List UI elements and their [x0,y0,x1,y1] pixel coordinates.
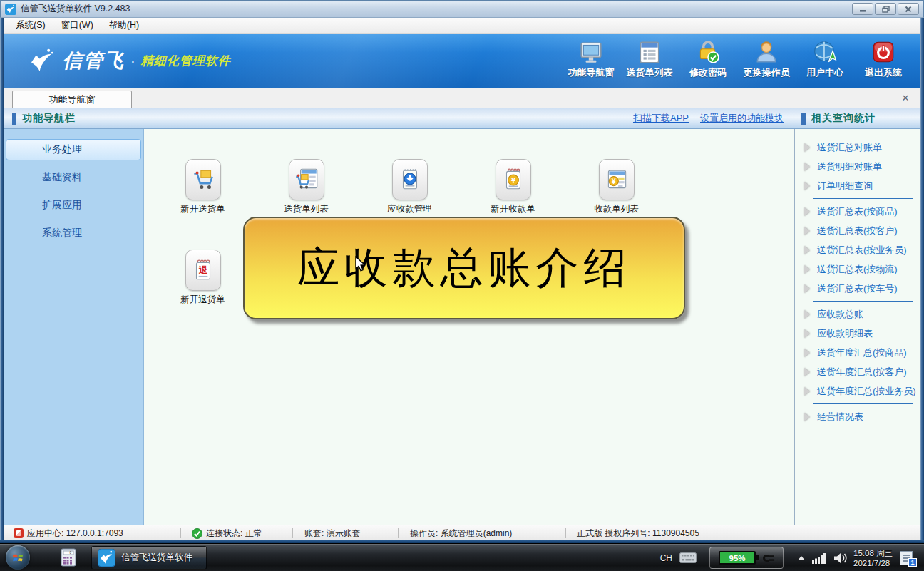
brand-swoosh-icon [28,46,56,75]
toolbar-exit-button[interactable]: 退出系统 [854,36,913,85]
power-icon [871,39,896,65]
triangle-icon [804,265,810,274]
report-link[interactable]: 应收款总账 [795,304,920,324]
triangle-icon [804,227,810,235]
nav-panel-header: 功能导航栏 扫描下载APP 设置启用的功能模块 [4,108,794,128]
network-signal-icon[interactable] [812,552,826,564]
triangle-icon [804,387,810,396]
app-icon [98,549,115,567]
status-license: 正式版 授权序列号: 1130904505 [577,525,699,541]
return-icon: 退 [190,257,217,284]
battery-percent: 95% [729,554,746,562]
report-group-divider [813,198,913,199]
report-link[interactable]: 经营情况表 [795,407,920,426]
triangle-icon [804,329,810,338]
tile-label: 新开退货单 [180,294,225,306]
report-link[interactable]: 送货汇总表(按客户) [795,221,920,240]
toolbar-buttons: 功能导航窗 送货单列表 修改密码 更换操作员 [562,36,913,85]
system-tray: CH 95% 15:08 周三 2021/7/28 [660,544,924,571]
status-bar: 应用中心: 127.0.0.1:7093 连接状态: 正常 账套: 演示账套 操… [4,525,920,540]
status-divider [398,528,399,538]
tab-close-icon[interactable]: ✕ [900,93,911,104]
toolbar-change-password-button[interactable]: 修改密码 [679,36,737,85]
calculator-taskbar-button[interactable]: 0 [54,546,83,570]
tile-label: 送货单列表 [284,203,329,215]
sidebar-item-basic-data[interactable]: 基础资料 [6,167,141,188]
toolbar-button-label: 送货单列表 [627,66,673,79]
reports-panel: 送货汇总对账单 送货明细对账单 订单明细查询 送货汇总表(按商品) 送货汇总表(… [795,129,920,525]
triangle-icon [804,207,810,216]
toolbar-delivery-list-button[interactable]: 送货单列表 [620,36,679,85]
receipt-list-icon: ¥ [603,166,630,193]
report-link[interactable]: 应收款明细表 [795,324,920,343]
sidebar-item-system[interactable]: 系统管理 [6,222,141,244]
menu-item-system[interactable]: 系统(S) [8,18,53,33]
toolbar-button-label: 更换操作员 [744,66,790,79]
delivery-note-list-button[interactable]: 送货单列表 [255,159,358,215]
calculator-icon: 0 [59,547,78,567]
report-link[interactable]: 送货汇总表(按商品) [795,202,920,221]
show-hidden-icons-arrow[interactable] [798,556,805,560]
report-link[interactable]: 送货汇总表(按车号) [795,279,920,298]
menu-item-help[interactable]: 帮助(H) [101,18,147,33]
status-connection: 连接状态: 正常 [192,525,262,541]
tile-label: 新开收款单 [491,203,535,215]
module-settings-link[interactable]: 设置启用的功能模块 [700,112,784,125]
receivables-management-button[interactable]: 应收款管理 [358,159,461,215]
app-window: 信管飞送货单软件 V9.2.483 系统(S) 窗口(W) 帮助(H) [0,0,924,543]
app-taskbar-label: 信管飞送货单软件 [121,552,192,564]
user-icon [754,39,779,65]
volume-icon[interactable] [833,552,848,564]
menu-item-window[interactable]: 窗口(W) [53,18,101,33]
restore-button[interactable] [875,3,896,15]
menu-bar: 系统(S) 窗口(W) 帮助(H) [4,18,920,34]
receipt-list-button[interactable]: ¥ 收款单列表 [565,159,668,215]
lock-icon [695,39,721,65]
toolbar-nav-window-button[interactable]: 功能导航窗 [562,36,620,85]
notification-badge: 1 [908,558,917,567]
new-return-note-button[interactable]: 退 新开退货单 [151,250,255,306]
ime-indicator[interactable]: CH [660,553,672,563]
cart-icon [190,166,217,193]
sidebar-item-extensions[interactable]: 扩展应用 [6,195,141,216]
triangle-icon [804,368,810,376]
tab-nav-window[interactable]: 功能导航窗 [12,91,132,108]
header-marker [801,113,806,125]
brand-logo: 信管飞 · 精细化管理软件 [28,46,231,75]
list-icon [637,39,662,65]
close-button[interactable] [898,3,919,15]
report-link[interactable]: 送货年度汇总(按商品) [795,343,920,362]
title-bar[interactable]: 信管飞送货单软件 V9.2.483 [0,0,924,18]
new-receipt-button[interactable]: ¥ 新开收款单 [461,159,565,215]
new-delivery-note-button[interactable]: 新开送货单 [151,159,255,215]
status-operator: 操作员: 系统管理员(admin) [410,525,512,541]
toolbar-button-label: 退出系统 [865,66,902,79]
tile-row-1: 新开送货单 送货单列表 应收款管理 ¥ [144,129,794,215]
triangle-icon [804,182,810,190]
report-link[interactable]: 送货汇总对账单 [795,138,920,157]
report-link[interactable]: 送货汇总表(按物流) [795,259,920,279]
report-link[interactable]: 送货年度汇总(按客户) [795,362,920,381]
battery-panel[interactable]: 95% [709,547,784,569]
report-link[interactable]: 送货年度汇总(按业务员) [795,381,920,401]
report-link[interactable]: 送货明细对账单 [795,157,920,176]
clock[interactable]: 15:08 周三 2021/7/28 [853,548,893,568]
report-link[interactable]: 订单明细查询 [795,176,920,195]
clock-time: 15:08 周三 [853,549,893,557]
taskbar: 0 信管飞送货单软件 CH 95% [0,543,924,571]
toolbar-user-center-button[interactable]: 用户中心 [796,36,854,85]
receivable-icon [396,166,423,193]
notification-icon[interactable]: 1 [900,550,917,567]
status-divider [180,528,181,538]
toolbar-switch-operator-button[interactable]: 更换操作员 [737,36,796,85]
keyboard-icon[interactable] [679,552,697,563]
toolbar-button-label: 修改密码 [689,66,727,79]
download-app-link[interactable]: 扫描下载APP [633,112,689,125]
status-app-center: 应用中心: 127.0.0.1:7093 [14,525,123,541]
report-link[interactable]: 送货汇总表(按业务员) [795,240,920,259]
connection-ok-icon [192,528,202,539]
start-button[interactable] [6,545,30,570]
app-taskbar-button[interactable]: 信管飞送货单软件 [91,546,207,570]
minimize-button[interactable] [852,3,873,15]
sidebar-item-business[interactable]: 业务处理 [6,139,141,160]
